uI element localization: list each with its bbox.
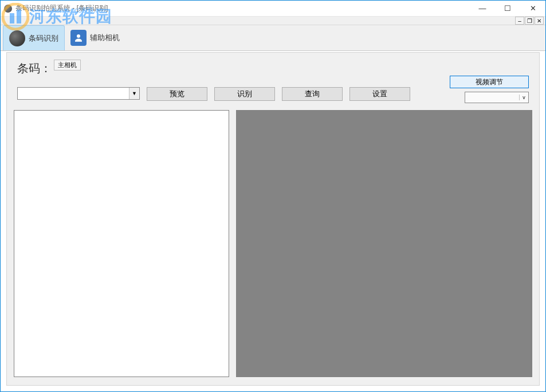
query-button[interactable]: 查询 (282, 87, 343, 101)
app-icon (4, 5, 12, 13)
preview-button[interactable]: 预览 (147, 87, 207, 101)
window-controls: — ☐ ✕ (470, 1, 545, 17)
minimize-button[interactable]: — (470, 1, 495, 17)
mdi-child-controls: – ❐ ✕ (1, 17, 545, 25)
window-title: 条码识别拍照系统 - [条码识别] (15, 3, 108, 13)
tab-label: 条码识别 (29, 33, 58, 44)
chevron-down-icon[interactable]: ▼ (129, 88, 139, 99)
barcode-input[interactable] (18, 88, 129, 99)
settings-button[interactable]: 设置 (349, 87, 410, 101)
tab-label: 辅助相机 (90, 33, 120, 43)
application-window: 条码识别拍照系统 - [条码识别] — ☐ ✕ – ❐ ✕ 河东软件园 www.… (0, 0, 546, 392)
right-controls: 视频调节 v (450, 76, 529, 103)
panels (14, 110, 532, 377)
barcode-label: 条码： (17, 61, 52, 76)
tab-bar: 条码识别 辅助相机 (1, 25, 545, 51)
person-icon (70, 30, 87, 46)
svg-point-3 (77, 34, 80, 38)
content-area: 条码： 主相机 ▼ 预览 识别 查询 设置 视频调节 v (6, 52, 540, 386)
barcode-combo[interactable]: ▼ (17, 87, 140, 100)
tab-barcode-recognition[interactable]: 条码识别 (3, 25, 65, 50)
mdi-minimize-button[interactable]: – (515, 17, 524, 25)
main-camera-badge: 主相机 (54, 60, 81, 70)
chevron-down-icon[interactable]: v (519, 95, 528, 100)
mdi-close-button[interactable]: ✕ (535, 17, 544, 25)
preview-panel-left (14, 110, 229, 377)
lens-icon (9, 30, 25, 46)
preview-panel-right (236, 110, 532, 377)
tab-aux-camera[interactable]: 辅助相机 (65, 25, 125, 50)
close-button[interactable]: ✕ (520, 1, 545, 17)
maximize-button[interactable]: ☐ (495, 1, 520, 17)
recognize-button[interactable]: 识别 (214, 87, 275, 101)
mdi-restore-button[interactable]: ❐ (525, 17, 534, 25)
video-adjust-button[interactable]: 视频调节 (450, 76, 529, 88)
barcode-header: 条码： 主相机 (17, 61, 81, 76)
titlebar[interactable]: 条码识别拍照系统 - [条码识别] — ☐ ✕ (1, 1, 545, 17)
device-select[interactable]: v (465, 92, 529, 103)
